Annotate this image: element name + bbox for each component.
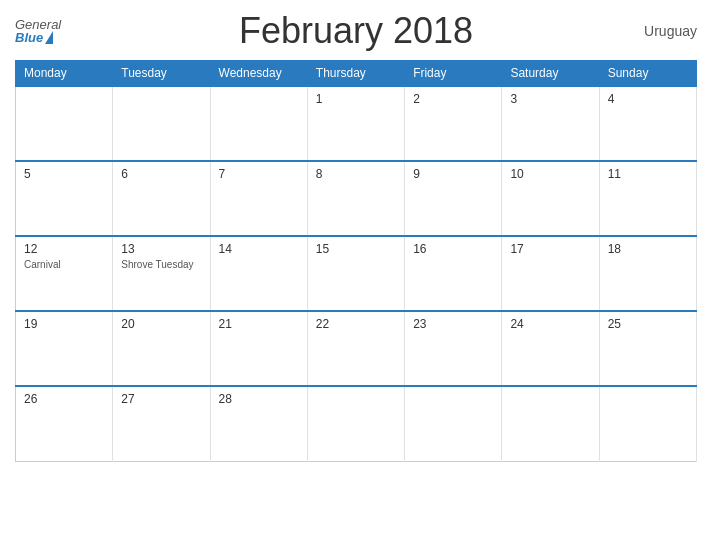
calendar-body: 123456789101112Carnival13Shrove Tuesday1…	[16, 86, 697, 461]
col-sunday: Sunday	[599, 61, 696, 87]
calendar-day-cell: 7	[210, 161, 307, 236]
calendar-week-row: 567891011	[16, 161, 697, 236]
calendar-day-cell: 11	[599, 161, 696, 236]
day-number: 10	[510, 167, 590, 181]
day-number: 5	[24, 167, 104, 181]
calendar-day-cell: 20	[113, 311, 210, 386]
day-number: 11	[608, 167, 688, 181]
day-number: 18	[608, 242, 688, 256]
day-number: 20	[121, 317, 201, 331]
day-event: Carnival	[24, 259, 104, 270]
calendar-day-cell: 8	[307, 161, 404, 236]
day-number: 16	[413, 242, 493, 256]
col-friday: Friday	[405, 61, 502, 87]
calendar-day-cell: 24	[502, 311, 599, 386]
calendar-day-cell: 6	[113, 161, 210, 236]
country-label: Uruguay	[644, 23, 697, 39]
day-number: 13	[121, 242, 201, 256]
calendar-day-cell: 9	[405, 161, 502, 236]
calendar-day-cell: 16	[405, 236, 502, 311]
day-number: 8	[316, 167, 396, 181]
day-event: Shrove Tuesday	[121, 259, 201, 270]
logo-triangle-icon	[45, 31, 53, 44]
calendar-day-cell: 15	[307, 236, 404, 311]
calendar-day-cell: 28	[210, 386, 307, 461]
calendar-day-cell: 2	[405, 86, 502, 161]
day-number: 1	[316, 92, 396, 106]
day-number: 14	[219, 242, 299, 256]
calendar-thead: Monday Tuesday Wednesday Thursday Friday…	[16, 61, 697, 87]
calendar-day-cell: 14	[210, 236, 307, 311]
calendar-day-cell: 27	[113, 386, 210, 461]
day-number: 15	[316, 242, 396, 256]
calendar-week-row: 1234	[16, 86, 697, 161]
calendar-day-cell: 12Carnival	[16, 236, 113, 311]
calendar-day-cell	[210, 86, 307, 161]
day-number: 27	[121, 392, 201, 406]
calendar-day-cell: 22	[307, 311, 404, 386]
calendar-week-row: 262728	[16, 386, 697, 461]
logo-row: Blue	[15, 31, 53, 44]
weekday-header-row: Monday Tuesday Wednesday Thursday Friday…	[16, 61, 697, 87]
day-number: 22	[316, 317, 396, 331]
calendar-day-cell	[307, 386, 404, 461]
logo-blue-text: Blue	[15, 31, 43, 44]
calendar-day-cell: 4	[599, 86, 696, 161]
calendar-day-cell: 26	[16, 386, 113, 461]
day-number: 23	[413, 317, 493, 331]
day-number: 12	[24, 242, 104, 256]
day-number: 6	[121, 167, 201, 181]
calendar-day-cell: 1	[307, 86, 404, 161]
calendar-day-cell: 25	[599, 311, 696, 386]
calendar-day-cell	[405, 386, 502, 461]
col-tuesday: Tuesday	[113, 61, 210, 87]
calendar-day-cell: 21	[210, 311, 307, 386]
day-number: 2	[413, 92, 493, 106]
logo: General Blue	[15, 18, 61, 44]
calendar-day-cell: 13Shrove Tuesday	[113, 236, 210, 311]
col-saturday: Saturday	[502, 61, 599, 87]
calendar-day-cell: 10	[502, 161, 599, 236]
day-number: 24	[510, 317, 590, 331]
calendar-day-cell: 5	[16, 161, 113, 236]
calendar-day-cell: 17	[502, 236, 599, 311]
col-thursday: Thursday	[307, 61, 404, 87]
day-number: 7	[219, 167, 299, 181]
calendar-day-cell	[16, 86, 113, 161]
calendar-day-cell: 23	[405, 311, 502, 386]
calendar-day-cell	[502, 386, 599, 461]
calendar-week-row: 19202122232425	[16, 311, 697, 386]
day-number: 9	[413, 167, 493, 181]
month-title: February 2018	[239, 10, 473, 52]
day-number: 28	[219, 392, 299, 406]
calendar-day-cell	[113, 86, 210, 161]
calendar-day-cell: 19	[16, 311, 113, 386]
day-number: 3	[510, 92, 590, 106]
calendar-week-row: 12Carnival13Shrove Tuesday1415161718	[16, 236, 697, 311]
day-number: 26	[24, 392, 104, 406]
calendar-header: General Blue February 2018 Uruguay	[15, 10, 697, 52]
day-number: 21	[219, 317, 299, 331]
calendar-day-cell	[599, 386, 696, 461]
day-number: 4	[608, 92, 688, 106]
calendar-day-cell: 18	[599, 236, 696, 311]
calendar-container: General Blue February 2018 Uruguay Monda…	[0, 0, 712, 550]
col-monday: Monday	[16, 61, 113, 87]
col-wednesday: Wednesday	[210, 61, 307, 87]
calendar-day-cell: 3	[502, 86, 599, 161]
day-number: 17	[510, 242, 590, 256]
day-number: 19	[24, 317, 104, 331]
day-number: 25	[608, 317, 688, 331]
calendar-grid: Monday Tuesday Wednesday Thursday Friday…	[15, 60, 697, 462]
